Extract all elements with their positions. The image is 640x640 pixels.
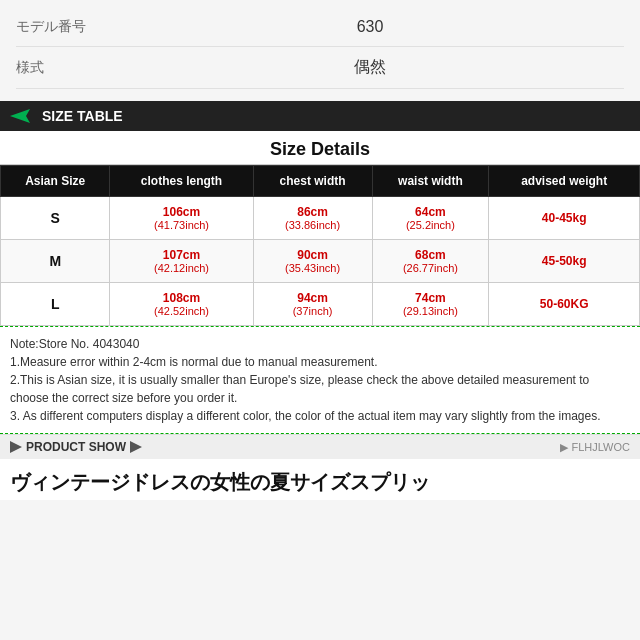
product-show-bar: PRODUCT SHOW ▶ FLHJLWOC <box>0 434 640 459</box>
col-asian-size: Asian Size <box>1 166 110 197</box>
style-label: 様式 <box>16 59 116 77</box>
col-advised-weight: advised weight <box>489 166 640 197</box>
style-value: 偶然 <box>116 57 624 78</box>
col-clothes-length: clothes length <box>110 166 253 197</box>
note-line2: 2.This is Asian size, it is usually smal… <box>10 371 630 407</box>
size-table-section: SIZE TABLE Size Details Asian Size cloth… <box>0 101 640 434</box>
model-value: 630 <box>116 18 624 36</box>
note-store: Note:Store No. 4043040 <box>10 335 630 353</box>
cell-waist-width: 74cm(29.13inch) <box>372 283 489 326</box>
col-chest-width: chest width <box>253 166 372 197</box>
cell-size: S <box>1 197 110 240</box>
cell-advised-weight: 40-45kg <box>489 197 640 240</box>
size-details-title: Size Details <box>0 131 640 165</box>
cell-size: L <box>1 283 110 326</box>
note-line1: 1.Measure error within 2-4cm is normal d… <box>10 353 630 371</box>
product-show-arrow2-icon <box>130 441 142 453</box>
cell-waist-width: 64cm(25.2inch) <box>372 197 489 240</box>
header-icon <box>10 109 30 123</box>
size-table-header: SIZE TABLE <box>0 101 640 131</box>
model-label: モデル番号 <box>16 18 116 36</box>
notes-section: Note:Store No. 4043040 1.Measure error w… <box>0 326 640 434</box>
cell-clothes-length: 108cm(42.52inch) <box>110 283 253 326</box>
cell-chest-width: 94cm(37inch) <box>253 283 372 326</box>
cell-advised-weight: 45-50kg <box>489 240 640 283</box>
col-waist-width: waist width <box>372 166 489 197</box>
cell-clothes-length: 106cm(41.73inch) <box>110 197 253 240</box>
table-row: L108cm(42.52inch)94cm(37inch)74cm(29.13i… <box>1 283 640 326</box>
cell-chest-width: 86cm(33.86inch) <box>253 197 372 240</box>
size-table: Asian Size clothes length chest width wa… <box>0 165 640 326</box>
info-section: モデル番号 630 様式 偶然 <box>0 0 640 97</box>
product-show-arrow-icon <box>10 441 22 453</box>
note-line3: 3. As different computers display a diff… <box>10 407 630 425</box>
bottom-title: ヴィンテージドレスの女性の夏サイズスプリッ <box>0 459 640 500</box>
cell-waist-width: 68cm(26.77inch) <box>372 240 489 283</box>
size-table-header-label: SIZE TABLE <box>42 108 123 124</box>
model-row: モデル番号 630 <box>16 8 624 47</box>
product-show-text: PRODUCT SHOW <box>26 440 126 454</box>
style-row: 様式 偶然 <box>16 47 624 89</box>
cell-chest-width: 90cm(35.43inch) <box>253 240 372 283</box>
cell-clothes-length: 107cm(42.12inch) <box>110 240 253 283</box>
table-row: S106cm(41.73inch)86cm(33.86inch)64cm(25.… <box>1 197 640 240</box>
product-show-label: PRODUCT SHOW <box>10 440 142 454</box>
cell-advised-weight: 50-60KG <box>489 283 640 326</box>
product-show-right: ▶ FLHJLWOC <box>560 441 630 454</box>
cell-size: M <box>1 240 110 283</box>
table-row: M107cm(42.12inch)90cm(35.43inch)68cm(26.… <box>1 240 640 283</box>
